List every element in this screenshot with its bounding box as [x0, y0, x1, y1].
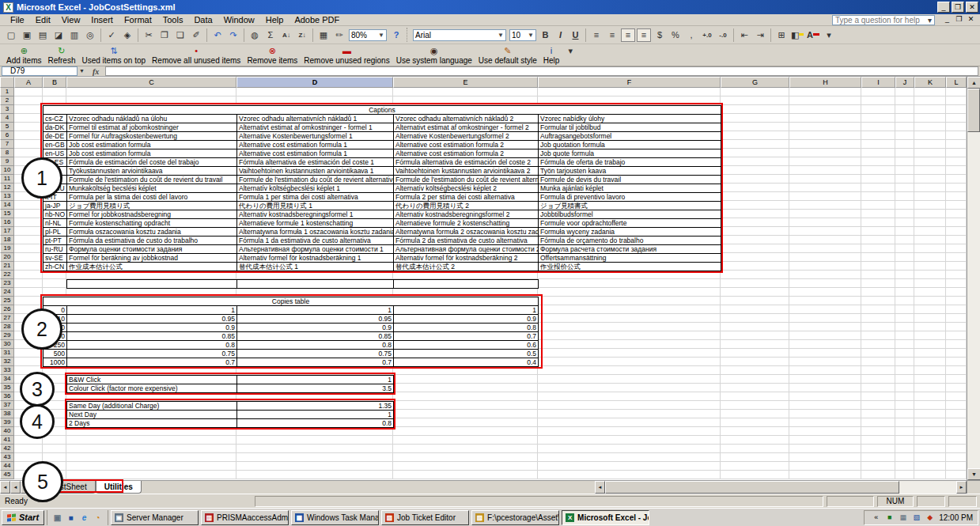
row-header-39[interactable]: 39	[0, 418, 14, 427]
custom-button-use-system-language[interactable]: ◉Use system language	[393, 45, 475, 66]
menu-adobe-pdf[interactable]: Adobe PDF	[289, 14, 345, 25]
cell[interactable]: Jobbtilbudsformel	[539, 210, 721, 219]
permission-icon[interactable]: ◪	[51, 28, 66, 42]
bold-icon[interactable]: B	[539, 28, 552, 42]
task-button[interactable]: ▧F:\pcestorage\Asset\Job...	[471, 510, 559, 525]
sheet-tab-utilities[interactable]: Utilities	[96, 481, 142, 494]
cell[interactable]: 2 Days	[67, 419, 237, 428]
cell[interactable]: 0.85	[237, 332, 394, 341]
cell[interactable]: 0.8	[394, 324, 539, 332]
menu-insert[interactable]: Insert	[85, 14, 119, 25]
restore-button[interactable]: ❐	[952, 2, 964, 13]
custom-button-remove-items[interactable]: ⊗Remove items	[244, 45, 301, 66]
menu-edit[interactable]: Edit	[30, 14, 56, 25]
cell[interactable]: 0.9	[67, 324, 237, 332]
row-header-1[interactable]: 1	[0, 88, 14, 96]
cell[interactable]: 3.5	[237, 384, 394, 393]
cell[interactable]: 1	[67, 306, 237, 315]
column-header-L[interactable]: L	[946, 77, 967, 88]
custom-button-refresh[interactable]: ↻Refresh	[44, 45, 78, 66]
cell[interactable]: Formule kostenschatting opdracht	[67, 219, 237, 228]
row-header-25[interactable]: 25	[0, 297, 14, 305]
name-box[interactable]: D79	[2, 66, 78, 76]
redo-icon[interactable]: ↷	[226, 28, 240, 42]
cell[interactable]: Formula 1 per stima dei costi alternativ…	[237, 193, 394, 202]
row-header-13[interactable]: 13	[0, 192, 14, 201]
row-header-38[interactable]: 38	[0, 410, 14, 418]
cell[interactable]: 0.85	[67, 332, 237, 341]
cell[interactable]: 0.7	[394, 332, 539, 341]
cell[interactable]: 1000	[44, 358, 67, 367]
cell[interactable]: Alternatív költségbecslési képlet 2	[394, 184, 539, 193]
column-header-B[interactable]: B	[43, 77, 66, 88]
menu-data[interactable]: Data	[188, 14, 218, 25]
row-header-22[interactable]: 22	[0, 271, 14, 279]
cell[interactable]: Alternative Kostenbewertungsformel 1	[237, 132, 394, 141]
paste-icon[interactable]: ❏	[173, 28, 187, 42]
cell[interactable]: Alternatieve formule 1 kostenschatting	[237, 219, 394, 228]
increase-indent-icon[interactable]: ⇥	[753, 28, 767, 42]
comma-style-icon[interactable]: ,	[684, 28, 698, 42]
merge-center-icon[interactable]: ≡	[637, 28, 651, 42]
type-a-question-box[interactable]: Type a question for help ▾	[832, 15, 935, 25]
decrease-indent-icon[interactable]: ⇤	[737, 28, 751, 42]
zoom-select[interactable]: 80%▼	[349, 29, 387, 41]
drawing-icon[interactable]: ✏	[332, 28, 346, 42]
row-header-34[interactable]: 34	[0, 375, 14, 384]
chart-wizard-icon[interactable]: ▦	[316, 28, 331, 42]
cell[interactable]: Job quote formula	[539, 149, 721, 158]
cell[interactable]: Alternatieve formule 2 kostenschatting	[394, 219, 539, 228]
menu-window[interactable]: Window	[218, 14, 260, 25]
autosum-icon[interactable]: Σ	[263, 28, 278, 42]
task-button[interactable]: ▦Windows Task Manager	[291, 510, 379, 525]
italic-icon[interactable]: I	[554, 28, 567, 42]
column-header-C[interactable]: C	[66, 77, 236, 88]
cell[interactable]: Alternativ formel för kostnadsberäkning …	[394, 254, 539, 263]
cell[interactable]: Formel für Auftragskostenbewertung	[67, 132, 237, 141]
menu-format[interactable]: Format	[119, 14, 157, 25]
cell[interactable]: nl-NL	[44, 219, 67, 228]
toolbar-options-icon[interactable]: ▾	[822, 28, 836, 42]
first-sheet-icon[interactable]: ◄	[0, 481, 10, 494]
custom-button-add-items[interactable]: ⊕Add items	[3, 45, 44, 66]
row-header-12[interactable]: 12	[0, 184, 14, 192]
row-header-45[interactable]: 45	[0, 471, 14, 479]
row-header-9[interactable]: 9	[0, 157, 14, 166]
cell[interactable]: Alternative Kostenbewertungsformel 2	[394, 132, 539, 141]
row-header-44[interactable]: 44	[0, 462, 14, 471]
cell[interactable]: Vaihtoehtoinen kustannusten arviointikaa…	[394, 167, 539, 176]
hyperlink-icon[interactable]: ◍	[248, 28, 262, 42]
cell[interactable]: 1	[237, 411, 394, 419]
column-header-D[interactable]: D	[236, 77, 393, 88]
column-header-F[interactable]: F	[538, 77, 721, 88]
cell[interactable]: 0.6	[394, 341, 539, 350]
row-header-41[interactable]: 41	[0, 436, 14, 445]
menu-tools[interactable]: Tools	[157, 14, 189, 25]
cell[interactable]: pt-PT	[44, 237, 67, 245]
scroll-down-icon[interactable]: ▼	[967, 468, 980, 480]
cell[interactable]: Job cost estimation formula	[67, 149, 237, 158]
row-header-23[interactable]: 23	[0, 279, 14, 288]
align-center-icon[interactable]: ≡	[605, 28, 619, 42]
cell[interactable]: Alternativ kostnadsberegningsformel 1	[237, 210, 394, 219]
menu-view[interactable]: View	[56, 14, 86, 25]
cell[interactable]: Formel för beräkning av jobbkostnad	[67, 254, 237, 263]
row-header-11[interactable]: 11	[0, 175, 14, 184]
custom-button-use-default-style[interactable]: ✎Use default style	[475, 45, 540, 66]
cell[interactable]: 0.95	[237, 315, 394, 324]
cell[interactable]: Vzorec odhadu alternativních nákladů 1	[237, 115, 394, 123]
vertical-scroll-thumb[interactable]	[967, 89, 980, 132]
cell[interactable]: 作业报价公式	[539, 263, 721, 271]
cell[interactable]: 0.7	[237, 358, 394, 367]
cell[interactable]: Offertsammansättning	[539, 254, 721, 263]
custom-button-remove-unused-regions[interactable]: ▬Remove unused regions	[301, 45, 392, 66]
hide-icons-chevron-icon[interactable]: «	[871, 513, 881, 523]
cell[interactable]: Formule de devis du travail	[539, 176, 721, 184]
font-size-select[interactable]: 10▼	[509, 29, 536, 41]
cell[interactable]: Formuła oszacowania kosztu zadania	[67, 228, 237, 237]
cell[interactable]: Alternative cost estimation formula 2	[394, 141, 539, 149]
cell[interactable]: Vaihtoehtoinen kustannusten arviointikaa…	[237, 167, 394, 176]
outlook-icon[interactable]: ◔	[92, 512, 104, 524]
cell[interactable]: 0.5	[394, 350, 539, 358]
cell[interactable]: 0.4	[394, 358, 539, 367]
